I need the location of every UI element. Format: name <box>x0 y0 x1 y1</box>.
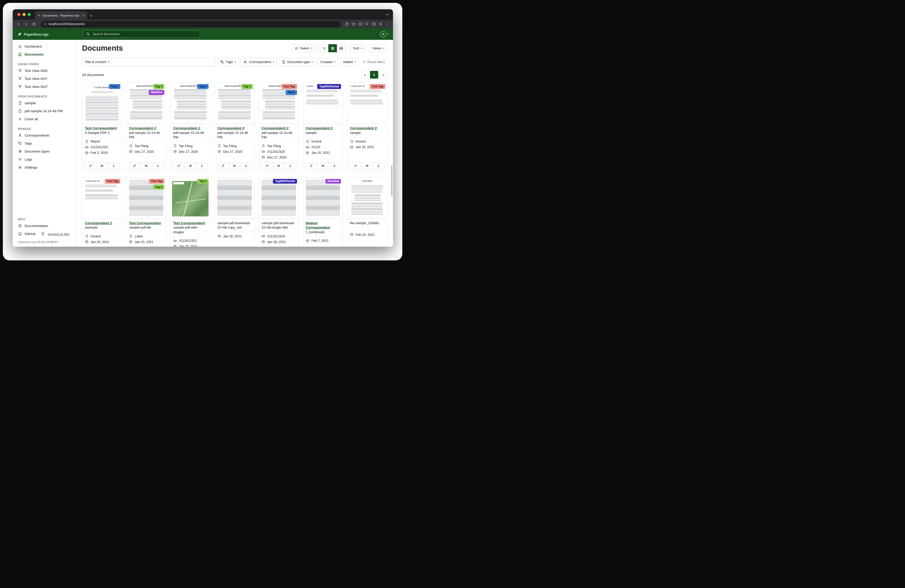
document-thumbnail[interactable]: Test TagTag 3 <box>127 178 166 219</box>
current-page-button[interactable]: 1 <box>370 71 378 79</box>
download-button[interactable] <box>196 163 208 169</box>
scrollbar-thumb[interactable] <box>391 165 392 197</box>
tag-badge[interactable]: Test Tag <box>105 179 120 184</box>
view-grid-button[interactable] <box>328 44 337 52</box>
sidebar-item-correspondents[interactable]: Correspondents <box>13 132 76 139</box>
correspondent-link[interactable]: Test Correspondent <box>173 221 205 225</box>
tag-badge[interactable]: Test Tag <box>149 179 165 184</box>
document-thumbnail[interactable]: Tag 3 <box>170 178 210 219</box>
document-thumbnail[interactable]: Adobe Acrobat PDF FilesTest TagTag 2 <box>259 82 298 124</box>
view-list-button[interactable] <box>320 44 329 52</box>
correspondent-link[interactable]: Correspondent 2 <box>173 126 200 130</box>
correspondent-link[interactable]: Newest Correspondent <box>306 221 330 230</box>
sidebar-item-sample[interactable]: sample <box>13 99 76 107</box>
sidebar-item-settings[interactable]: Settings <box>13 163 76 171</box>
view-button[interactable] <box>140 163 152 169</box>
filter-created-button[interactable]: Created▾ <box>318 58 338 66</box>
info-circle-icon[interactable] <box>358 22 362 26</box>
filter-added-button[interactable]: Added▾ <box>340 58 359 66</box>
document-thumbnail[interactable]: TagWithPartial <box>259 178 298 219</box>
tag-badge[interactable]: Tag 3 <box>241 84 253 89</box>
app-brand[interactable]: Paperless-ngx <box>13 32 76 36</box>
edit-button[interactable] <box>173 163 185 169</box>
correspondent-link[interactable]: Correspondent 2 <box>129 126 156 130</box>
share-icon[interactable] <box>345 22 349 26</box>
download-button[interactable] <box>284 163 296 169</box>
sidebar-item-dashboard[interactable]: Dashboard <box>13 43 76 51</box>
minimize-window-button[interactable] <box>22 13 25 16</box>
zoom-window-button[interactable] <box>28 13 31 16</box>
view-button[interactable] <box>317 163 329 169</box>
tag-badge[interactable]: Tag 3 <box>153 185 165 190</box>
extensions-puzzle-icon[interactable] <box>365 22 369 26</box>
profile-icon[interactable] <box>378 22 383 26</box>
sidebar-item-documentation[interactable]: Documentation <box>13 222 76 230</box>
edit-button[interactable] <box>217 163 229 169</box>
tag-badge[interactable]: TagWithPartial <box>317 84 341 89</box>
next-page-button[interactable]: » <box>380 71 387 79</box>
view-button[interactable] <box>184 163 196 169</box>
document-thumbnail[interactable]: Adobe Acrobat PDF FilesTag 2 <box>170 82 210 124</box>
correspondent-link[interactable]: Correspondent 2 <box>262 126 289 130</box>
tag-badge[interactable]: NewOne <box>149 90 164 95</box>
sidebar-item-test-view-any[interactable]: Test View ANY <box>13 75 76 83</box>
sidebar-item-logs[interactable]: Logs <box>13 155 76 163</box>
sidebar-item-close-all[interactable]: Close all <box>13 115 76 123</box>
edit-button[interactable] <box>349 163 362 169</box>
tag-badge[interactable]: Tag 2 <box>286 90 297 95</box>
suggest-an-idea-link[interactable]: Suggest an idea <box>48 233 69 236</box>
filter-field-button[interactable]: Title & content ▾ <box>82 58 112 66</box>
tag-badge[interactable]: NewOne <box>325 179 341 184</box>
edit-button[interactable] <box>261 163 273 169</box>
document-thumbnail[interactable]: Lorem IpsumTag 2 <box>82 82 122 124</box>
sidebar-item-test-view-not[interactable]: Test View NOT <box>13 83 76 91</box>
tag-badge[interactable]: Tag 3 <box>197 179 208 184</box>
tab-close-icon[interactable] <box>82 14 86 17</box>
side-panel-icon[interactable] <box>372 22 376 26</box>
user-menu[interactable]: ▾ <box>380 31 389 38</box>
sidebar-item-document-types[interactable]: Document types <box>13 147 76 155</box>
sidebar-item-pdf-sample-10-24-48-pm[interactable]: pdf-sample 10.24.48 PM <box>13 107 76 115</box>
document-thumbnail[interactable]: Lorem ipsum <box>347 178 387 219</box>
browser-menu-kebab-icon[interactable] <box>385 22 389 26</box>
tag-badge[interactable]: Test Tag <box>370 84 385 89</box>
view-button[interactable] <box>96 163 108 169</box>
reload-button[interactable] <box>31 21 37 27</box>
correspondent-link[interactable]: Correspondent 2 <box>218 126 244 130</box>
edit-button[interactable] <box>129 163 141 169</box>
sidebar-item-github[interactable]: GitHubSuggest an idea <box>13 230 76 238</box>
document-thumbnail[interactable]: A Simple PDF FileTest Tag <box>82 178 122 219</box>
document-thumbnail[interactable] <box>215 178 254 219</box>
view-button[interactable] <box>361 163 373 169</box>
reset-filters[interactable]: Reset filters <box>362 60 385 64</box>
back-button[interactable] <box>15 21 21 27</box>
browser-tab[interactable]: Documents - Paperless-ngx <box>35 11 87 20</box>
view-button[interactable] <box>229 163 241 169</box>
correspondent-link[interactable]: Correspondent 2 <box>350 126 377 130</box>
tab-search-chevron-icon[interactable] <box>385 13 389 17</box>
edit-button[interactable] <box>84 163 97 169</box>
download-button[interactable] <box>240 163 252 169</box>
document-thumbnail[interactable]: A SimpleTagWithPartial <box>303 82 343 124</box>
correspondent-link[interactable]: Correspondent 2 <box>306 126 333 130</box>
document-thumbnail[interactable]: Adobe Acrobat PDF FilesTag 3 <box>215 82 254 124</box>
tag-badge[interactable]: Test Tag <box>281 84 297 89</box>
view-detail-button[interactable] <box>337 44 346 52</box>
download-button[interactable] <box>329 163 340 169</box>
tag-badge[interactable]: Tag 2 <box>109 84 120 89</box>
download-button[interactable] <box>152 163 164 169</box>
close-window-button[interactable] <box>17 13 21 16</box>
search-input[interactable] <box>92 32 197 36</box>
document-thumbnail[interactable]: NewOne <box>303 178 343 219</box>
sort-button[interactable]: Sort ▾ <box>350 44 365 52</box>
edit-button[interactable] <box>306 163 318 169</box>
sidebar-item-test-view-and[interactable]: Test View AND <box>13 67 76 75</box>
correspondent-link[interactable]: Correspondent 2 <box>85 221 112 225</box>
document-thumbnail[interactable]: Adobe Acrobat PDF FilesTag 3NewOne <box>127 82 166 124</box>
download-button[interactable] <box>108 163 119 169</box>
correspondent-link[interactable]: Test Correspondent <box>85 126 117 130</box>
tag-badge[interactable]: Tag 3 <box>153 84 165 89</box>
prev-page-button[interactable]: « <box>361 71 368 79</box>
filter-tags-button[interactable]: Tags▾ <box>218 58 238 66</box>
select-button[interactable]: Select ▾ <box>292 44 315 52</box>
